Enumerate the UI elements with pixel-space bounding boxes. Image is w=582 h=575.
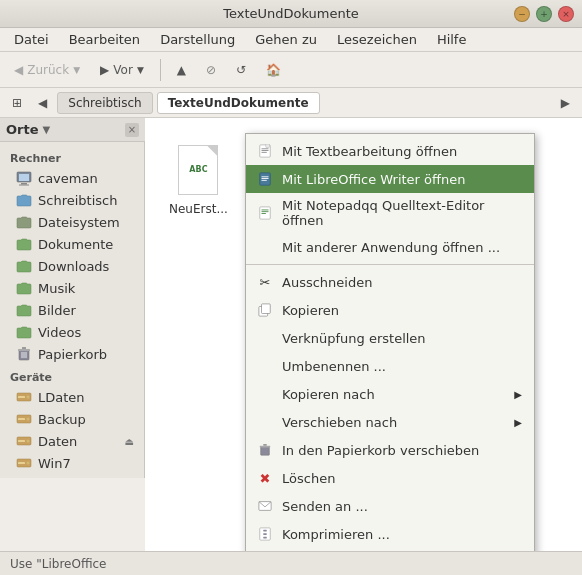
close-button[interactable]: ×	[558, 6, 574, 22]
icon-view-button[interactable]: ⊞	[6, 94, 28, 112]
ctx-item-verknuepfung[interactable]: Verknüpfung erstellen	[246, 324, 534, 352]
menu-lesezeichen[interactable]: Lesezeichen	[329, 30, 425, 49]
sidebar-item-caveman[interactable]: caveman	[0, 167, 144, 189]
svg-rect-29	[262, 178, 269, 179]
ctx-item-libreoffice[interactable]: Mit LibreOffice Writer öffnen	[246, 165, 534, 193]
home-button[interactable]: 🏠	[258, 60, 289, 80]
svg-rect-1	[19, 174, 29, 181]
svg-rect-2	[21, 183, 27, 185]
locationbar: ⊞ ◀ Schreibtisch TexteUndDokumente ▶	[0, 88, 582, 118]
ctx-item-senden-an[interactable]: Senden an ...	[246, 492, 534, 520]
maximize-button[interactable]: +	[536, 6, 552, 22]
ctx-item-andere-anwendung[interactable]: Mit anderer Anwendung öffnen ...	[246, 233, 534, 261]
sidebar-item-daten[interactable]: Daten ⏏	[0, 430, 144, 452]
ctx-item-kopieren-nach[interactable]: Kopieren nach ▶	[246, 380, 534, 408]
ctx-item-verschieben-nach[interactable]: Verschieben nach ▶	[246, 408, 534, 436]
sidebar-item-dateisystem[interactable]: Dateisystem	[0, 211, 144, 233]
ctx-item-loeschen[interactable]: ✖ Löschen	[246, 464, 534, 492]
ctx-label-papierkorb: In den Papierkorb verschieben	[282, 443, 479, 458]
file-label: NeuErst...	[169, 202, 228, 216]
delete-icon: ✖	[256, 469, 274, 487]
svg-rect-44	[263, 537, 267, 539]
compress-icon	[256, 525, 274, 543]
back-dropdown-icon: ▼	[73, 65, 80, 75]
forward-label: Vor	[113, 63, 133, 77]
other-app-icon	[256, 238, 274, 256]
svg-point-11	[27, 396, 30, 399]
sidebar-label-videos: Videos	[38, 325, 81, 340]
svg-rect-25	[262, 152, 267, 153]
trash-icon	[16, 346, 32, 362]
sidebar: Rechner caveman Schreibtisch Dateisystem	[0, 142, 145, 478]
ctx-item-umbenennen[interactable]: Umbenennen ...	[246, 352, 534, 380]
toolbar: ◀ Zurück ▼ ▶ Vor ▼ ▲ ⊘ ↺ 🏠	[0, 52, 582, 88]
menu-bearbeiten[interactable]: Bearbeiten	[61, 30, 148, 49]
ctx-item-ausschneiden[interactable]: ✂ Ausschneiden	[246, 268, 534, 296]
breadcrumb-schreibtisch[interactable]: Schreibtisch	[57, 92, 152, 114]
sidebar-item-papierkorb[interactable]: Papierkorb	[0, 343, 144, 365]
nav-prev-button[interactable]: ◀	[32, 94, 53, 112]
dokumente-icon	[16, 236, 32, 252]
svg-rect-30	[262, 180, 267, 181]
stop-button[interactable]: ⊘	[198, 60, 224, 80]
reload-button[interactable]: ↺	[228, 60, 254, 80]
sidebar-item-schreibtisch[interactable]: Schreibtisch	[0, 189, 144, 211]
sidebar-item-backup[interactable]: Backup	[0, 408, 144, 430]
copy-to-icon	[256, 385, 274, 403]
sidebar-label-musik: Musik	[38, 281, 75, 296]
eject-icon[interactable]: ⏏	[125, 436, 134, 447]
file-icon-neuerstellt[interactable]: ABC NeuErst...	[165, 138, 232, 220]
svg-rect-38	[260, 446, 271, 448]
orte-label: Orte	[6, 122, 39, 137]
sidebar-label-caveman: caveman	[38, 171, 98, 186]
ctx-item-kopieren[interactable]: Kopieren	[246, 296, 534, 324]
ctx-item-papierkorb[interactable]: In den Papierkorb verschieben	[246, 436, 534, 464]
sidebar-item-videos[interactable]: Videos	[0, 321, 144, 343]
svg-rect-24	[262, 150, 269, 151]
ctx-item-notepadqq[interactable]: Mit Notepadqq Quelltext-Editor öffnen	[246, 193, 534, 233]
sidebar-item-dokumente[interactable]: Dokumente	[0, 233, 144, 255]
menu-gehen-zu[interactable]: Gehen zu	[247, 30, 325, 49]
sidebar-item-win7[interactable]: Win7	[0, 452, 144, 474]
ctx-label-senden-an: Senden an ...	[282, 499, 368, 514]
ctx-item-eigenschaften[interactable]: Eigenschaften	[246, 548, 534, 551]
ctx-label-umbenennen: Umbenennen ...	[282, 359, 386, 374]
ctx-label-andere-anwendung: Mit anderer Anwendung öffnen ...	[282, 240, 500, 255]
sidebar-label-win7: Win7	[38, 456, 71, 471]
rename-icon	[256, 357, 274, 375]
orte-dropdown-icon[interactable]: ▼	[43, 124, 51, 135]
bilder-icon	[16, 302, 32, 318]
svg-point-17	[27, 440, 30, 443]
breadcrumb-texteunddokumente[interactable]: TexteUndDokumente	[157, 92, 320, 114]
up-button[interactable]: ▲	[169, 60, 194, 80]
sidebar-label-schreibtisch: Schreibtisch	[38, 193, 117, 208]
minimize-button[interactable]: −	[514, 6, 530, 22]
forward-arrow-icon: ▶	[100, 63, 109, 77]
videos-icon	[16, 324, 32, 340]
ctx-label-loeschen: Löschen	[282, 471, 335, 486]
ctx-label-komprimieren: Komprimieren ...	[282, 527, 390, 542]
sidebar-item-downloads[interactable]: Downloads	[0, 255, 144, 277]
orte-bar: Orte ▼ ×	[0, 118, 145, 142]
sidebar-panel: Orte ▼ × Rechner caveman Schreibtisch	[0, 118, 145, 551]
sidebar-item-ldaten[interactable]: LDaten	[0, 386, 144, 408]
sidebar-item-musik[interactable]: Musik	[0, 277, 144, 299]
svg-rect-39	[263, 444, 267, 446]
menu-hilfe[interactable]: Hilfe	[429, 30, 475, 49]
menu-datei[interactable]: Datei	[6, 30, 57, 49]
notepadqq-icon	[256, 204, 274, 222]
sidebar-label-dokumente: Dokumente	[38, 237, 113, 252]
back-button[interactable]: ◀ Zurück ▼	[6, 60, 88, 80]
orte-close-button[interactable]: ×	[125, 123, 139, 137]
copy-icon	[256, 301, 274, 319]
forward-button[interactable]: ▶ Vor ▼	[92, 60, 152, 80]
forward-dropdown-icon: ▼	[137, 65, 144, 75]
main-area: Orte ▼ × Rechner caveman Schreibtisch	[0, 118, 582, 551]
sidebar-section-geraete: Geräte	[0, 365, 144, 386]
nav-next-button[interactable]: ▶	[555, 94, 576, 112]
sidebar-item-bilder[interactable]: Bilder	[0, 299, 144, 321]
menu-darstellung[interactable]: Darstellung	[152, 30, 243, 49]
sidebar-label-ldaten: LDaten	[38, 390, 85, 405]
ctx-item-komprimieren[interactable]: Komprimieren ...	[246, 520, 534, 548]
ctx-item-textbearbeitung[interactable]: Mit Textbearbeitung öffnen	[246, 137, 534, 165]
